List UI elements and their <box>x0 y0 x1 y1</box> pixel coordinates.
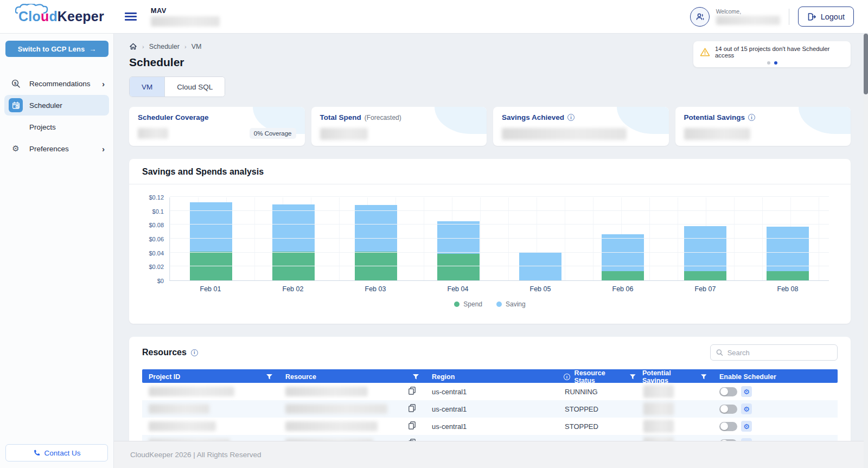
table-row: us-central1STOPPED⚙ <box>142 400 838 418</box>
sidebar-item-recommendations[interactable]: $ Recommendations › <box>4 73 109 94</box>
toggle-knob <box>720 388 728 395</box>
savings-spends-chart-card: Savings and Spends analysis $0.12$0.1$0.… <box>129 159 851 324</box>
filter-icon[interactable] <box>413 374 419 380</box>
card-title: Savings Achieved <box>502 113 564 121</box>
col-enable-scheduler: Enable Scheduler <box>719 373 776 381</box>
info-icon[interactable]: i <box>191 349 198 356</box>
card-potential-savings: Potential Savings i <box>675 107 851 146</box>
copy-icon[interactable] <box>409 421 416 431</box>
enable-scheduler-cell: ⚙ <box>713 386 838 397</box>
stacked-bar <box>767 227 809 280</box>
sidebar: Switch to GCP Lens → $ Recommendations › <box>0 34 114 468</box>
logout-button[interactable]: Logout <box>798 7 854 27</box>
table-row: us-central1RUNNING⚙ <box>142 383 838 400</box>
sidebar-item-projects[interactable]: Projects <box>4 117 109 137</box>
info-icon[interactable]: i <box>748 114 755 121</box>
scheduler-toggle[interactable] <box>719 422 737 431</box>
search-input[interactable] <box>727 349 832 357</box>
topbar: CloudKeeper MAV Welcome, Logout <box>0 0 868 34</box>
project-id-cell <box>142 387 279 396</box>
stacked-bar <box>684 226 726 280</box>
card-value-redacted <box>684 128 750 140</box>
sidebar-item-preferences[interactable]: ⚙ Preferences › <box>4 138 109 159</box>
info-icon[interactable]: i <box>564 374 570 380</box>
footer-text: CloudKeeper 2026 | All Rights Reserved <box>130 451 261 459</box>
project-id-cell <box>142 404 279 414</box>
resources-search[interactable] <box>710 344 838 361</box>
region-cell: us-central1 <box>425 405 564 413</box>
stacked-bar <box>602 234 644 280</box>
card-title: Total Spend <box>320 113 361 121</box>
filter-icon[interactable] <box>630 374 636 380</box>
breadcrumb-item-scheduler[interactable]: Scheduler <box>149 43 180 50</box>
filter-icon[interactable] <box>266 374 272 380</box>
x-axis-label: Feb 07 <box>664 285 746 293</box>
potential-savings-cell <box>642 385 713 398</box>
chevron-right-icon: › <box>102 79 105 88</box>
chart-x-labels: Feb 01Feb 02Feb 03Feb 04Feb 05Feb 06Feb … <box>129 281 851 293</box>
potential-savings-cell <box>642 402 713 415</box>
resource-cell <box>279 387 425 396</box>
resource-cell <box>279 421 425 431</box>
contact-us-label: Contact Us <box>44 449 81 457</box>
potential-savings-cell <box>642 420 713 433</box>
spend-segment <box>684 271 726 280</box>
switch-to-gcp-lens-button[interactable]: Switch to GCP Lens → <box>5 41 108 57</box>
tab-vm[interactable]: VM <box>130 77 165 97</box>
status-cell: RUNNING <box>564 388 642 396</box>
warning-icon <box>700 47 710 57</box>
hamburger-menu-icon[interactable] <box>125 11 137 22</box>
filter-icon[interactable] <box>701 374 707 380</box>
table-body: us-central1RUNNING⚙us-central1STOPPED⚙us… <box>142 383 838 441</box>
sidebar-item-label: Recommendations <box>29 80 91 88</box>
copy-icon[interactable] <box>409 387 416 396</box>
x-axis-label: Feb 05 <box>499 285 582 293</box>
scheduler-settings-button[interactable]: ⚙ <box>741 421 752 432</box>
scheduler-settings-button[interactable]: ⚙ <box>741 403 752 414</box>
user-icon <box>695 12 705 22</box>
region-cell: us-central1 <box>425 422 564 431</box>
user-avatar[interactable] <box>690 7 710 27</box>
main-content: › Scheduler › VM 14 out of 15 projects d… <box>114 34 864 441</box>
scheduler-toggle[interactable] <box>719 387 737 396</box>
col-region: Region <box>432 373 455 381</box>
carousel-dot-active[interactable] <box>774 61 777 65</box>
carousel-dot[interactable] <box>767 61 770 65</box>
svg-text:$: $ <box>14 80 16 85</box>
gridline <box>170 238 829 239</box>
breadcrumb-separator: › <box>142 43 144 50</box>
card-value-redacted <box>138 128 168 139</box>
resource-name-redacted <box>285 421 378 431</box>
savings-value-redacted <box>643 420 674 433</box>
gridline <box>170 210 829 211</box>
chevron-right-icon: › <box>102 144 105 153</box>
logout-icon <box>807 12 816 21</box>
y-tick-label: $0.04 <box>149 250 164 257</box>
project-id-redacted <box>149 421 216 431</box>
sidebar-item-scheduler[interactable]: Scheduler <box>4 95 109 116</box>
cloud-icon <box>15 4 56 14</box>
breadcrumb-separator: › <box>184 43 187 50</box>
legend-label: Saving <box>506 300 526 308</box>
scrollbar-thumb[interactable] <box>864 34 868 94</box>
scheduler-toggle[interactable] <box>719 405 737 414</box>
region-cell: us-central1 <box>425 388 564 396</box>
resource-type-tabs: VM Cloud SQL <box>129 76 225 97</box>
cloudkeeper-logo: CloudKeeper <box>18 9 104 24</box>
table-row: us-central1STOPPED⚙ <box>142 435 838 441</box>
home-icon[interactable] <box>129 42 137 50</box>
copy-icon[interactable] <box>409 404 416 414</box>
toggle-knob <box>720 405 728 413</box>
contact-us-button[interactable]: Contact Us <box>5 444 108 461</box>
spend-segment <box>437 254 480 280</box>
scheduler-settings-button[interactable]: ⚙ <box>741 386 752 397</box>
card-value-redacted <box>320 128 368 140</box>
scheduler-icon <box>9 98 23 112</box>
saving-segment <box>767 227 809 271</box>
tab-cloud-sql[interactable]: Cloud SQL <box>165 77 225 97</box>
project-id-redacted <box>149 404 209 414</box>
y-tick-label: $0.1 <box>152 208 164 215</box>
gridline <box>170 252 829 253</box>
y-tick-label: $0.02 <box>149 264 164 270</box>
info-icon[interactable]: i <box>567 114 575 121</box>
